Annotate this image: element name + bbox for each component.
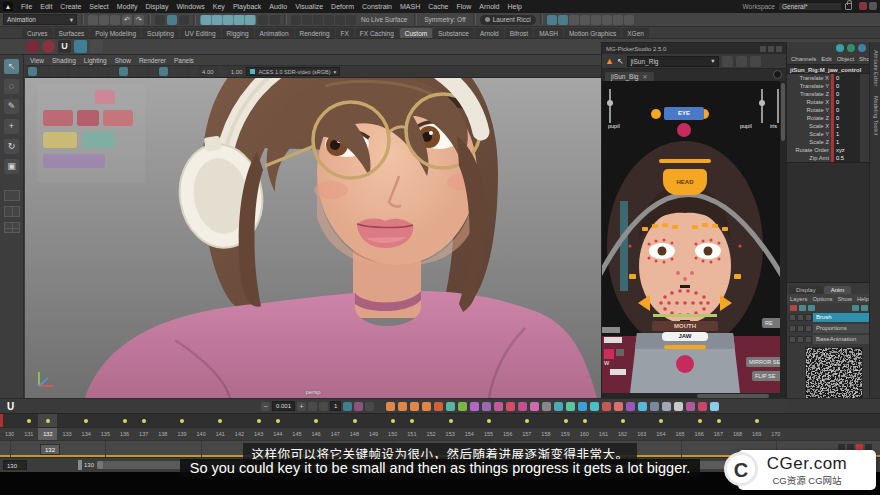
anim-tool-icon-4[interactable] <box>422 402 431 411</box>
attribute-value[interactable]: 0 <box>834 106 860 114</box>
menu-key[interactable]: Key <box>209 3 229 10</box>
viewport-icon-8[interactable] <box>109 67 118 76</box>
frame-label-154[interactable]: 154 <box>460 428 479 440</box>
menu-edit[interactable]: Edit <box>36 3 56 10</box>
overlay-button-red-3[interactable] <box>103 110 133 126</box>
layer-icon-teal2[interactable] <box>808 305 815 311</box>
keyframe-marker[interactable] <box>353 419 357 423</box>
cross-tool-icon[interactable] <box>354 402 363 411</box>
toon-icon[interactable] <box>613 15 623 25</box>
separator[interactable] <box>414 14 417 25</box>
shelf-tab-poly-modeling[interactable]: Poly Modeling <box>90 28 141 38</box>
close-tab-icon[interactable]: ✕ <box>642 73 647 80</box>
layer-icon-teal4[interactable] <box>861 305 868 311</box>
frame-label-133[interactable]: 133 <box>57 428 76 440</box>
picker-tab[interactable]: jiSun_Big✕ <box>605 72 654 81</box>
select-tool-icon[interactable] <box>155 15 165 25</box>
shelf-tab-uv-editing[interactable]: UV Editing <box>180 28 221 38</box>
viewport-icon-11[interactable] <box>139 67 148 76</box>
anim-tool-icon-6[interactable] <box>446 402 455 411</box>
iris-label[interactable]: iris <box>770 123 777 129</box>
frame-label-135[interactable]: 135 <box>96 428 115 440</box>
anim-tool-icon-13[interactable] <box>530 402 539 411</box>
panel-menu-lighting[interactable]: Lighting <box>84 57 107 64</box>
menu-flow[interactable]: Flow <box>452 3 475 10</box>
eye-control-button[interactable]: EYE <box>664 107 704 120</box>
frame-label-162[interactable]: 162 <box>613 428 632 440</box>
anim-tool-icon-28[interactable] <box>710 402 719 411</box>
keyframe-marker[interactable] <box>564 419 568 423</box>
shelf-tab-motion-graphics[interactable]: Motion Graphics <box>564 28 621 38</box>
head-control-button[interactable]: HEAD <box>663 169 707 195</box>
overlay-button-purple[interactable] <box>43 154 105 168</box>
keyframe-marker[interactable] <box>180 419 184 423</box>
anim-tool-icon-16[interactable] <box>566 402 575 411</box>
anim-tool-icon-8[interactable] <box>470 402 479 411</box>
keyframe-marker[interactable] <box>659 419 663 423</box>
menu-playback[interactable]: Playback <box>229 3 265 10</box>
close-icon[interactable] <box>776 46 782 52</box>
panel-menu-renderer[interactable]: Renderer <box>139 57 166 64</box>
al-menu-layers[interactable]: Layers <box>790 296 807 302</box>
menu-create[interactable]: Create <box>56 3 85 10</box>
custom-shelf-icon-1[interactable] <box>26 40 39 53</box>
menu-display[interactable]: Display <box>141 3 172 10</box>
keyframe-marker[interactable] <box>257 419 261 423</box>
layer-tab-display[interactable]: Display <box>789 286 823 294</box>
frame-label-157[interactable]: 157 <box>517 428 536 440</box>
reset-button[interactable]: RE <box>762 318 781 328</box>
separator[interactable] <box>193 14 196 25</box>
component-tool-icon[interactable] <box>179 15 189 25</box>
keyframe-marker[interactable] <box>276 419 280 423</box>
render-view-icon[interactable] <box>547 15 557 25</box>
cursor-icon[interactable]: ↖ <box>617 57 624 66</box>
frame-label-163[interactable]: 163 <box>632 428 651 440</box>
layer-toggle-box[interactable] <box>789 336 796 343</box>
menu-visualize[interactable]: Visualize <box>291 3 327 10</box>
separator[interactable] <box>148 14 151 25</box>
viewport-icon-3[interactable] <box>59 67 68 76</box>
viewport-icon-4[interactable] <box>69 67 78 76</box>
frame-label-168[interactable]: 168 <box>728 428 747 440</box>
viewport-icon-6[interactable] <box>89 67 98 76</box>
separator[interactable] <box>284 14 287 25</box>
frame-label-155[interactable]: 155 <box>479 428 498 440</box>
render-settings-icon[interactable] <box>569 15 579 25</box>
shelf-tab-substance[interactable]: Substance <box>433 28 474 38</box>
menu-deform[interactable]: Deform <box>327 3 358 10</box>
pin-icon[interactable] <box>760 46 766 52</box>
single-pane-layout-button[interactable] <box>4 190 20 201</box>
live-surface-label[interactable]: No Live Surface <box>358 16 410 23</box>
anim-tool-icon-23[interactable] <box>650 402 659 411</box>
overlay-button-red-1[interactable] <box>43 110 73 126</box>
menu-cache[interactable]: Cache <box>424 3 452 10</box>
attribute-value[interactable]: 1 <box>834 138 860 146</box>
rig-namespace-dropdown[interactable]: jiSun_Rig▾ <box>627 56 719 67</box>
keyframe-marker[interactable] <box>698 419 702 423</box>
toggle-icon-3[interactable] <box>858 44 866 52</box>
anim-tool-icon-9[interactable] <box>482 402 491 411</box>
frame-label-137[interactable]: 137 <box>134 428 153 440</box>
frame-label-156[interactable]: 156 <box>498 428 517 440</box>
frame-ruler[interactable]: 1301311321331341351361371381391401411421… <box>0 427 880 440</box>
keyframe-marker[interactable] <box>755 419 759 423</box>
al-menu-show[interactable]: Show <box>837 296 852 302</box>
keyframe-marker[interactable] <box>84 419 88 423</box>
magnet-snap-icon-2[interactable] <box>302 15 312 25</box>
pupil-right-label[interactable]: pupil <box>740 123 752 129</box>
lock-icon[interactable] <box>845 3 852 10</box>
left-w-label[interactable]: W <box>604 360 609 366</box>
frame-label-134[interactable]: 134 <box>77 428 96 440</box>
keyframe-marker[interactable] <box>391 419 395 423</box>
frame-label-166[interactable]: 166 <box>690 428 709 440</box>
frame-label-142[interactable]: 142 <box>230 428 249 440</box>
attribute-value[interactable]: 0.5 <box>834 154 860 162</box>
attribute-value[interactable]: 0 <box>834 114 860 122</box>
colorspace-dropdown[interactable]: ACES 1.0 SDR-video (sRGB)▾ <box>246 67 340 76</box>
ipr-render-icon[interactable] <box>558 15 568 25</box>
frame-label-132[interactable]: 132 <box>38 428 57 440</box>
layer-tab-anim[interactable]: Anim <box>824 286 852 294</box>
picker-titlebar[interactable]: MG-PickerStudio 2.5.0 <box>602 43 786 54</box>
lasso-tool-icon[interactable]: ◌ <box>4 79 19 94</box>
shelf-tab-sculpting[interactable]: Sculpting <box>142 28 179 38</box>
